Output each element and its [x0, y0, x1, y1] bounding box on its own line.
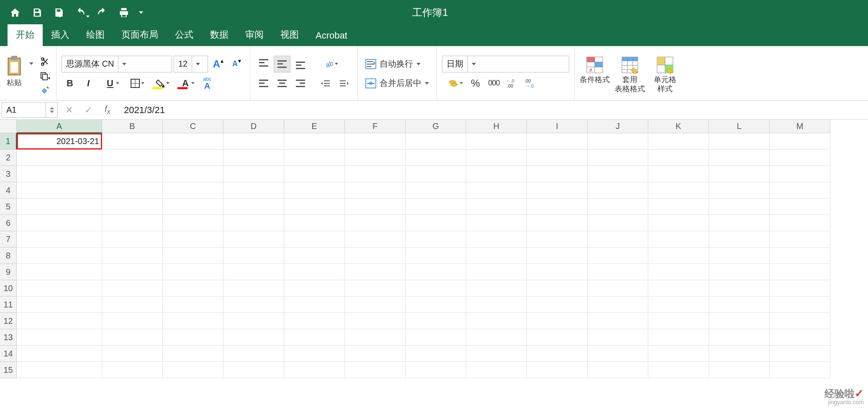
orientation-button[interactable]: ab — [317, 56, 341, 72]
accept-formula-icon[interactable]: ✓ — [79, 101, 98, 119]
comma-button[interactable]: 000 — [485, 75, 502, 92]
cell[interactable] — [770, 329, 830, 346]
cell[interactable] — [17, 182, 102, 199]
cell[interactable] — [648, 280, 709, 297]
cell[interactable] — [284, 362, 345, 378]
cell[interactable] — [284, 231, 345, 248]
cell[interactable] — [709, 362, 770, 378]
tab-view[interactable]: 视图 — [272, 24, 307, 46]
cell[interactable] — [345, 362, 406, 378]
border-button[interactable] — [123, 75, 147, 92]
cell[interactable] — [223, 199, 284, 215]
cell[interactable] — [527, 280, 588, 297]
cell[interactable] — [163, 297, 223, 313]
tab-insert[interactable]: 插入 — [43, 24, 78, 46]
cell[interactable] — [223, 313, 284, 329]
cell[interactable] — [709, 346, 770, 362]
cell[interactable] — [284, 297, 345, 313]
home-icon[interactable] — [4, 3, 26, 22]
cell[interactable] — [163, 248, 223, 264]
cell[interactable] — [527, 362, 588, 378]
cell[interactable] — [588, 182, 648, 199]
cell[interactable] — [406, 199, 466, 215]
cell[interactable] — [345, 166, 406, 182]
row-header-9[interactable]: 9 — [0, 264, 17, 280]
cell[interactable] — [709, 264, 770, 280]
cell[interactable] — [527, 133, 588, 150]
cell[interactable] — [466, 346, 527, 362]
cell[interactable] — [770, 231, 830, 248]
font-name-combo[interactable]: 思源黑体 CN — [62, 56, 172, 72]
cell[interactable] — [17, 166, 102, 182]
cell[interactable] — [466, 150, 527, 166]
cell[interactable] — [466, 313, 527, 329]
font-color-button[interactable]: A — [174, 75, 197, 92]
cell[interactable] — [406, 280, 466, 297]
decrease-font-icon[interactable]: A▾ — [228, 56, 245, 72]
cell[interactable] — [770, 133, 830, 150]
cell[interactable] — [588, 329, 648, 346]
cell[interactable] — [527, 264, 588, 280]
cell[interactable] — [284, 215, 345, 231]
cell[interactable] — [406, 297, 466, 313]
cell[interactable] — [345, 231, 406, 248]
save-icon[interactable] — [26, 3, 48, 22]
cell[interactable] — [284, 280, 345, 297]
row-header-2[interactable]: 2 — [0, 150, 17, 166]
cut-icon[interactable] — [39, 56, 51, 67]
cell[interactable] — [102, 215, 163, 231]
cell[interactable] — [223, 166, 284, 182]
cell[interactable] — [588, 166, 648, 182]
cell[interactable] — [648, 313, 709, 329]
italic-button[interactable]: I — [80, 75, 97, 92]
name-box[interactable]: A1 — [2, 102, 58, 118]
cell[interactable] — [223, 215, 284, 231]
tab-layout[interactable]: 页面布局 — [113, 24, 167, 46]
col-header-M[interactable]: M — [770, 120, 830, 133]
cell[interactable] — [648, 182, 709, 199]
cell[interactable] — [102, 248, 163, 264]
cell[interactable] — [709, 280, 770, 297]
cell[interactable] — [163, 280, 223, 297]
cell[interactable] — [102, 199, 163, 215]
cell[interactable] — [709, 297, 770, 313]
cell[interactable] — [102, 362, 163, 378]
cell[interactable] — [648, 329, 709, 346]
cell[interactable] — [17, 362, 102, 378]
cell[interactable] — [588, 150, 648, 166]
cell[interactable] — [527, 313, 588, 329]
clipboard-icon[interactable] — [5, 55, 23, 77]
cell[interactable] — [709, 166, 770, 182]
cell[interactable] — [709, 150, 770, 166]
cell[interactable] — [102, 297, 163, 313]
cell[interactable] — [17, 346, 102, 362]
cell[interactable] — [527, 329, 588, 346]
cell[interactable] — [102, 150, 163, 166]
cell[interactable] — [163, 329, 223, 346]
cell[interactable] — [284, 199, 345, 215]
bold-button[interactable]: B — [62, 75, 78, 92]
cell[interactable] — [223, 133, 284, 150]
cell[interactable] — [770, 346, 830, 362]
cell[interactable] — [102, 329, 163, 346]
underline-button[interactable]: U — [98, 75, 122, 92]
cell[interactable] — [466, 297, 527, 313]
format-painter-icon[interactable] — [39, 84, 51, 96]
cell[interactable] — [648, 199, 709, 215]
cell[interactable] — [284, 346, 345, 362]
cell[interactable] — [102, 264, 163, 280]
cell[interactable] — [588, 199, 648, 215]
cell[interactable] — [345, 150, 406, 166]
cell[interactable] — [17, 313, 102, 329]
cell[interactable] — [770, 362, 830, 378]
cell[interactable] — [223, 297, 284, 313]
cell[interactable] — [102, 133, 163, 150]
cell[interactable] — [102, 182, 163, 199]
cell[interactable] — [648, 166, 709, 182]
cell[interactable] — [406, 166, 466, 182]
percent-button[interactable]: % — [467, 75, 484, 92]
cell[interactable] — [223, 280, 284, 297]
number-format-combo[interactable]: 日期 — [442, 56, 569, 72]
cell[interactable] — [770, 150, 830, 166]
cell[interactable] — [406, 150, 466, 166]
